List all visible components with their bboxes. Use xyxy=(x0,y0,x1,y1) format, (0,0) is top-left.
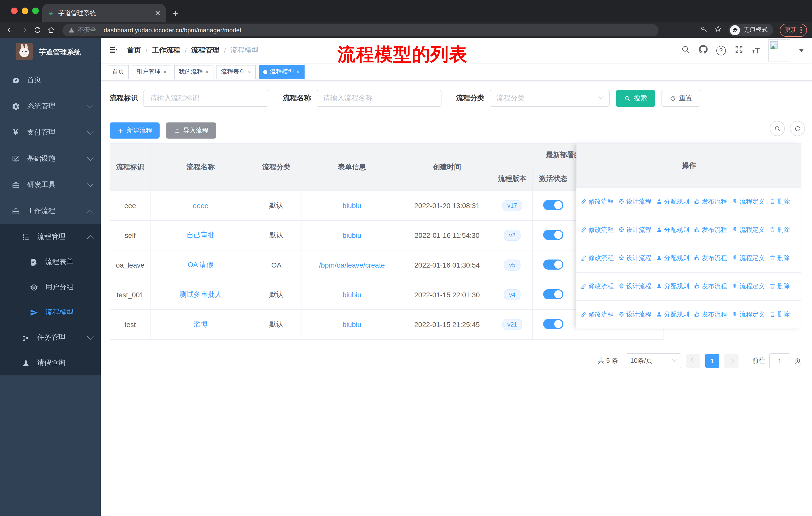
process-name-link[interactable]: 自己审批 xyxy=(186,231,215,239)
search-button[interactable]: 搜索 xyxy=(616,90,655,107)
action-user-fill-link[interactable]: 分配规则 xyxy=(656,310,689,319)
address-bar[interactable]: 不安全 dashboard.yudao.iocoder.cn/bpm/manag… xyxy=(62,24,659,36)
action-trash-link[interactable]: 删除 xyxy=(769,197,790,206)
search-icon[interactable] xyxy=(681,45,690,56)
tag-item[interactable]: 我的流程× xyxy=(174,65,213,79)
action-clip-link[interactable]: 流程定义 xyxy=(731,254,765,263)
action-publish-link[interactable]: 发布流程 xyxy=(694,282,727,291)
action-design-gear-link[interactable]: 设计流程 xyxy=(618,226,651,234)
sidebar-item-list[interactable]: 流程管理 xyxy=(0,224,101,249)
form-info-link[interactable]: biubiu xyxy=(343,231,361,239)
active-toggle[interactable] xyxy=(543,229,563,240)
reload-icon[interactable] xyxy=(32,25,42,35)
tag-item[interactable]: 流程表单× xyxy=(216,65,256,79)
action-trash-link[interactable]: 删除 xyxy=(769,226,790,234)
action-clip-link[interactable]: 流程定义 xyxy=(731,310,765,319)
action-edit-link[interactable]: 修改流程 xyxy=(580,254,614,263)
action-user-fill-link[interactable]: 分配规则 xyxy=(656,254,689,263)
action-trash-link[interactable]: 删除 xyxy=(769,310,790,319)
help-icon[interactable]: ? xyxy=(716,46,726,55)
key-icon[interactable] xyxy=(700,25,708,35)
sidebar-item-infra[interactable]: 基础设施 xyxy=(0,146,101,172)
action-edit-link[interactable]: 修改流程 xyxy=(580,282,614,291)
breadcrumb-item[interactable]: 流程模型 xyxy=(230,46,259,55)
sidebar-item-paperplane[interactable]: 流程模型 xyxy=(0,300,101,325)
action-publish-link[interactable]: 发布流程 xyxy=(694,310,727,319)
sidebar-item-form[interactable]: 流程表单 xyxy=(0,249,101,275)
process-category-select[interactable]: 流程分类 xyxy=(490,90,610,107)
prev-page-button[interactable] xyxy=(686,354,700,368)
process-key-input[interactable]: 请输入流程标识 xyxy=(143,90,268,107)
tag-item[interactable]: 租户管理× xyxy=(132,65,171,79)
action-trash-link[interactable]: 删除 xyxy=(769,282,790,291)
tag-close-icon[interactable]: × xyxy=(163,68,167,75)
fullscreen-icon[interactable] xyxy=(734,45,743,56)
new-tab-button[interactable]: + xyxy=(173,8,178,19)
action-user-fill-link[interactable]: 分配规则 xyxy=(656,197,689,206)
action-clip-link[interactable]: 流程定义 xyxy=(731,226,765,234)
action-edit-link[interactable]: 修改流程 xyxy=(580,310,614,319)
create-process-button[interactable]: 新建流程 xyxy=(110,123,160,139)
refresh-icon-button[interactable] xyxy=(790,121,805,136)
active-toggle[interactable] xyxy=(543,319,563,329)
next-page-button[interactable] xyxy=(724,354,738,368)
action-user-fill-link[interactable]: 分配规则 xyxy=(656,282,689,291)
hamburger-icon[interactable] xyxy=(109,45,118,56)
tab-close-icon[interactable]: ✕ xyxy=(155,9,161,17)
action-publish-link[interactable]: 发布流程 xyxy=(694,226,727,234)
action-design-gear-link[interactable]: 设计流程 xyxy=(618,310,651,319)
current-page-button[interactable]: 1 xyxy=(705,354,719,368)
action-edit-link[interactable]: 修改流程 xyxy=(580,226,614,234)
goto-page-input[interactable]: 1 xyxy=(769,353,790,369)
action-publish-link[interactable]: 发布流程 xyxy=(694,254,727,263)
breadcrumb-item[interactable]: 流程管理 xyxy=(191,46,220,55)
sidebar-item-briefcase[interactable]: 工作流程 xyxy=(0,198,101,224)
page-size-select[interactable]: 10条/页 xyxy=(626,353,681,369)
action-design-gear-link[interactable]: 设计流程 xyxy=(618,254,651,263)
back-icon[interactable] xyxy=(5,25,15,35)
form-info-link[interactable]: /bpm/oa/leave/create xyxy=(319,261,385,269)
breadcrumb-item[interactable]: 首页 xyxy=(127,46,141,55)
active-toggle[interactable] xyxy=(543,259,563,269)
process-name-link[interactable]: eeee xyxy=(193,201,208,210)
tag-close-icon[interactable]: × xyxy=(248,68,251,75)
tag-active[interactable]: 流程模型× xyxy=(259,65,304,79)
sidebar-item-usergroup[interactable]: 用户分组 xyxy=(0,275,101,300)
action-publish-link[interactable]: 发布流程 xyxy=(694,197,727,206)
process-name-link[interactable]: 滔博 xyxy=(194,320,208,328)
form-info-link[interactable]: biubiu xyxy=(343,291,361,299)
process-name-input[interactable]: 请输入流程名称 xyxy=(317,90,441,107)
github-icon[interactable] xyxy=(698,45,707,56)
sidebar-item-tasks[interactable]: 任务管理 xyxy=(0,325,101,350)
action-clip-link[interactable]: 流程定义 xyxy=(731,197,765,206)
show-search-icon-button[interactable] xyxy=(770,121,785,136)
active-toggle[interactable] xyxy=(543,200,563,210)
action-user-fill-link[interactable]: 分配规则 xyxy=(656,226,689,234)
import-process-button[interactable]: 导入流程 xyxy=(166,123,216,139)
process-name-link[interactable]: OA 请假 xyxy=(188,261,214,269)
action-design-gear-link[interactable]: 设计流程 xyxy=(618,197,651,206)
forward-icon[interactable] xyxy=(19,25,29,35)
action-edit-link[interactable]: 修改流程 xyxy=(580,197,614,206)
sidebar-item-gear[interactable]: 系统管理 xyxy=(0,93,101,119)
bookmark-star-icon[interactable] xyxy=(714,25,722,35)
browser-tab[interactable]: 芋道管理系统 ✕ xyxy=(42,4,166,22)
home-icon[interactable] xyxy=(46,25,56,35)
font-size-icon[interactable]: TT xyxy=(752,46,760,55)
maximize-window-button[interactable] xyxy=(32,7,39,14)
form-info-link[interactable]: biubiu xyxy=(343,321,361,329)
tag-item[interactable]: 首页 xyxy=(108,65,129,79)
tag-close-icon[interactable]: × xyxy=(296,68,300,75)
reset-button[interactable]: 重置 xyxy=(662,90,700,107)
sidebar-item-person[interactable]: 请假查询 xyxy=(0,350,101,375)
breadcrumb-item[interactable]: 工作流程 xyxy=(152,46,180,55)
action-trash-link[interactable]: 删除 xyxy=(769,254,790,263)
avatar[interactable] xyxy=(768,39,790,61)
avatar-caret-icon[interactable] xyxy=(799,49,804,52)
action-clip-link[interactable]: 流程定义 xyxy=(731,282,765,291)
active-toggle[interactable] xyxy=(543,289,563,299)
sidebar-item-toolbox[interactable]: 研发工具 xyxy=(0,172,101,198)
close-window-button[interactable] xyxy=(11,7,18,14)
action-design-gear-link[interactable]: 设计流程 xyxy=(618,282,651,291)
sidebar-item-yen[interactable]: ¥支付管理 xyxy=(0,119,101,146)
